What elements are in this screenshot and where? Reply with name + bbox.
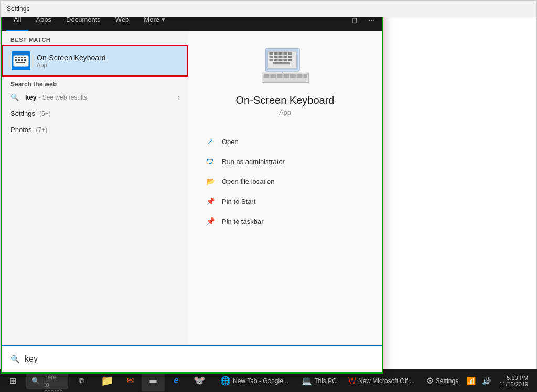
action-pin-start[interactable]: 📌 Pin to Start [199,192,371,211]
settings-icon: ⚙ [426,376,434,386]
search-bar-bottom[interactable]: 🔍 [2,345,382,372]
pin-taskbar-icon: 📌 [205,217,216,225]
svg-rect-9 [18,57,20,58]
web-search-item[interactable]: 🔍 key - See web results › [2,89,188,105]
svg-rect-24 [288,52,292,55]
svg-rect-8 [15,57,17,58]
svg-rect-44 [296,74,302,78]
svg-rect-22 [278,52,282,55]
search-more-icon[interactable]: ··· [365,17,378,26]
search-tabs: All Apps Documents Web More ▾ [6,17,349,31]
svg-rect-43 [290,74,296,78]
best-match-label: Best match [2,31,188,45]
search-results-right: On-Screen Keyboard App ↗ Open 🛡 Run as a… [188,31,382,345]
svg-rect-26 [274,56,277,58]
tab-all[interactable]: All [6,17,28,31]
svg-rect-21 [274,52,277,55]
action-pin-taskbar[interactable]: 📌 Pin to taskbar [199,212,371,231]
system-clock[interactable]: 5:10 PM 11/15/2019 [495,375,532,387]
window-title: Settings [7,5,29,13]
task-view-icon: ⧉ [79,376,84,385]
taskbar-search[interactable]: 🔍 Type here to search [26,373,68,389]
svg-rect-34 [288,59,292,61]
action-run-admin-label: Run as administrator [222,158,285,166]
svg-rect-30 [269,59,273,61]
detail-app-icon [262,47,309,86]
svg-rect-33 [283,59,287,61]
result-on-screen-keyboard[interactable]: On-Screen Keyboard App [2,45,188,77]
svg-rect-39 [263,74,269,78]
main-content: Language Windows displaylanguage [142,17,536,391]
svg-rect-32 [278,59,282,61]
photos-results-count: (7+) [36,126,47,134]
svg-rect-35 [273,62,289,65]
web-search-icon: 🔍 [10,93,19,101]
svg-rect-29 [288,56,292,58]
taskbar-right: 📶 🔊 5:10 PM 11/15/2019 🔔 [465,375,537,387]
action-pin-taskbar-label: Pin to taskbar [222,217,264,225]
folder-open-icon: 📂 [205,177,216,186]
svg-rect-20 [269,52,273,55]
photos-results-item[interactable]: Photos (7+) [2,122,188,138]
svg-rect-11 [24,57,26,58]
action-open[interactable]: ↗ Open [199,132,371,151]
office-label: New Microsoft Offi... [358,377,415,385]
clock-time: 5:10 PM [507,375,528,381]
admin-icon: 🛡 [205,157,216,166]
open-icon: ↗ [205,137,216,146]
svg-rect-31 [274,59,277,61]
settings-results-item[interactable]: Settings (5+) [2,105,188,122]
tab-web[interactable]: Web [108,17,137,31]
tab-more[interactable]: More ▾ [136,17,172,31]
svg-rect-10 [21,57,23,58]
detail-app-type: App [279,108,291,116]
action-open-file-location[interactable]: 📂 Open file location [199,172,371,191]
mail-icon: ✉ [127,375,134,385]
thispc-icon: 💻 [302,376,312,386]
taskbar-app-settings[interactable]: ⚙ Settings [421,371,464,391]
tab-documents[interactable]: Documents [59,17,108,31]
settings-label: Settings [436,377,458,385]
settings-window: Settings ⌂ Home 🔍 Time & Language 🕐 Date… [0,0,537,392]
tab-apps[interactable]: Apps [28,17,59,31]
svg-rect-13 [18,59,20,61]
volume-tray-icon[interactable]: 🔊 [480,377,493,385]
network-tray-icon[interactable]: 📶 [465,377,478,385]
web-suffix: - See web results [38,94,87,101]
svg-rect-25 [269,56,273,58]
svg-rect-14 [21,59,23,61]
web-arrow-icon: › [178,93,180,101]
chrome-icon: 🌐 [220,376,231,386]
svg-rect-28 [283,56,287,58]
settings-results-count: (5+) [39,110,51,117]
svg-rect-16 [16,62,25,63]
search-body: Best match [2,31,382,345]
thispc-label: This PC [314,377,337,385]
search-header: All Apps Documents Web More ▾ [2,17,382,31]
file-explorer-icon: 📁 [101,374,114,387]
search-pin-icon[interactable]: ⊓ [349,17,361,26]
action-open-label: Open [222,138,239,146]
start-icon: ⊞ [9,376,16,386]
svg-rect-23 [283,52,287,55]
web-keyword: key [25,93,37,101]
search-overlay: All Apps Documents Web More ▾ [1,17,383,374]
detail-app-name: On-Screen Keyboard [236,94,335,106]
title-bar: Settings [1,1,536,17]
notifications-icon[interactable]: 🔔 [534,377,537,385]
pin-start-icon: 📌 [205,197,216,205]
keyboard-result-name: On-Screen Keyboard [37,53,179,62]
search-web-label: Search the web [2,77,188,89]
search-results-left: Best match [2,31,188,345]
keyboard-app-icon [12,51,30,70]
action-open-file-location-label: Open file location [222,178,274,186]
svg-rect-12 [15,59,17,61]
search-header-icons: ⊓ ··· [349,17,378,26]
detail-actions: ↗ Open 🛡 Run as administrator 📂 Open fil… [199,132,371,231]
clock-date: 11/15/2019 [499,381,528,387]
search-input[interactable] [25,354,373,364]
action-run-admin[interactable]: 🛡 Run as administrator [199,152,371,171]
action-pin-start-label: Pin to Start [222,198,255,205]
photos-results-label: Photos [10,126,31,134]
svg-rect-27 [278,56,282,58]
